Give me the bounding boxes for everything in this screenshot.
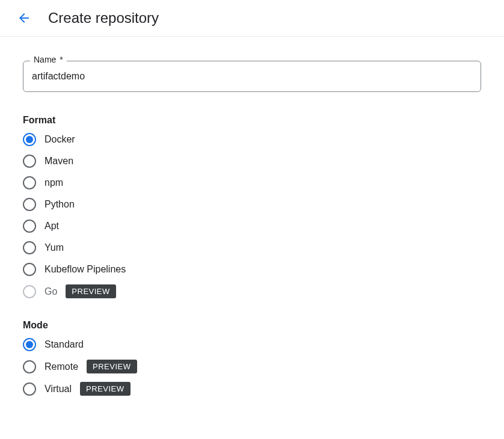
format-radio-python[interactable]: Python	[23, 198, 481, 211]
radio-circle-icon	[23, 155, 36, 168]
radio-label: Virtual	[45, 384, 72, 394]
radio-label: Remote	[45, 361, 78, 372]
format-radio-yum[interactable]: Yum	[23, 241, 481, 254]
required-indicator: *	[60, 55, 63, 64]
name-input[interactable]	[23, 61, 481, 92]
radio-circle-icon	[23, 360, 36, 373]
mode-section-label: Mode	[23, 320, 481, 331]
back-arrow-icon[interactable]	[17, 11, 31, 25]
radio-label: npm	[45, 177, 63, 188]
mode-radio-virtual[interactable]: VirtualPREVIEW	[23, 382, 481, 396]
radio-circle-icon	[23, 133, 36, 146]
preview-badge: PREVIEW	[66, 284, 115, 298]
mode-radio-standard[interactable]: Standard	[23, 338, 481, 351]
radio-circle-icon	[23, 198, 36, 211]
radio-circle-icon	[23, 263, 36, 276]
format-section-label: Format	[23, 115, 481, 126]
name-field-wrapper: Name *	[23, 61, 481, 92]
mode-radio-group: StandardRemotePREVIEWVirtualPREVIEW	[23, 338, 481, 396]
radio-circle-icon	[23, 338, 36, 351]
mode-radio-remote[interactable]: RemotePREVIEW	[23, 360, 481, 373]
radio-circle-icon	[23, 241, 36, 254]
name-label-text: Name	[34, 55, 56, 64]
format-radio-apt[interactable]: Apt	[23, 220, 481, 233]
radio-label: Kubeflow Pipelines	[45, 264, 126, 275]
radio-label: Python	[45, 199, 75, 210]
format-radio-docker[interactable]: Docker	[23, 133, 481, 146]
preview-badge: PREVIEW	[80, 382, 130, 396]
radio-label: Apt	[45, 221, 59, 232]
radio-label: Standard	[45, 339, 84, 350]
format-radio-maven[interactable]: Maven	[23, 155, 481, 168]
radio-label: Yum	[45, 242, 64, 253]
name-field-label: Name *	[30, 55, 67, 64]
radio-circle-icon	[23, 382, 36, 396]
page-header: Create repository	[0, 0, 504, 37]
format-radio-group: DockerMavennpmPythonAptYumKubeflow Pipel…	[23, 133, 481, 298]
radio-label: Docker	[45, 134, 75, 145]
radio-circle-icon	[23, 285, 36, 298]
preview-badge: PREVIEW	[87, 360, 137, 373]
radio-circle-icon	[23, 176, 36, 189]
format-radio-kubeflow-pipelines[interactable]: Kubeflow Pipelines	[23, 263, 481, 276]
page-title: Create repository	[48, 10, 159, 26]
radio-label: Go	[45, 286, 57, 297]
format-radio-npm[interactable]: npm	[23, 176, 481, 189]
radio-label: Maven	[45, 156, 73, 167]
form-content: Name * Format DockerMavennpmPythonAptYum…	[0, 37, 504, 435]
format-radio-go: GoPREVIEW	[23, 284, 481, 298]
radio-circle-icon	[23, 220, 36, 233]
